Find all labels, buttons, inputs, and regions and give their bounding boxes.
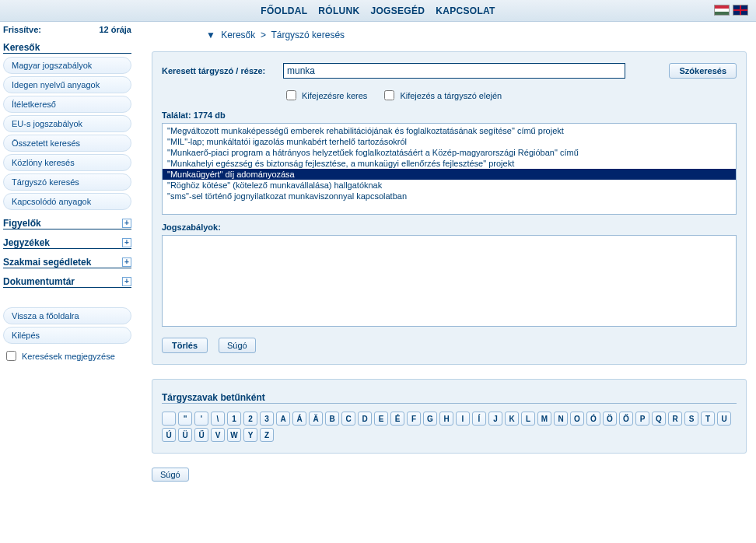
updated-label: Frissítve: bbox=[3, 25, 41, 34]
alpha-letter[interactable]: H bbox=[439, 412, 453, 426]
alpha-letter[interactable]: B bbox=[325, 412, 339, 426]
alpha-letter[interactable]: Ö bbox=[603, 412, 617, 426]
alpha-letter[interactable]: M bbox=[537, 412, 551, 426]
language-flags bbox=[714, 5, 748, 16]
alpha-letter[interactable]: Ű bbox=[194, 428, 208, 442]
alpha-letter[interactable]: Í bbox=[472, 412, 486, 426]
help-button-bottom[interactable]: Súgó bbox=[152, 468, 189, 482]
check-phrase-box[interactable] bbox=[286, 90, 296, 100]
plus-icon[interactable]: + bbox=[122, 257, 131, 267]
sidebar-section[interactable]: Szakmai segédletek+ bbox=[3, 257, 131, 268]
sidebar: Frissítve: 12 órája Keresők Magyar jogsz… bbox=[0, 22, 136, 497]
list-item[interactable]: "Munkaügyért" díj adományozása bbox=[163, 169, 736, 180]
nav-kapcsolat[interactable]: KAPCSOLAT bbox=[436, 5, 495, 16]
alpha-letter[interactable]: K bbox=[505, 412, 519, 426]
results-listbox[interactable]: "Megváltozott munkaképességű emberek reh… bbox=[162, 123, 737, 215]
sidebar-section[interactable]: Figyelők+ bbox=[3, 218, 131, 229]
alpha-letter[interactable]: P bbox=[635, 412, 649, 426]
alpha-letter[interactable]: É bbox=[390, 412, 404, 426]
nav-rólunk[interactable]: RÓLUNK bbox=[318, 5, 359, 16]
sidebar-item[interactable]: Idegen nyelvű anyagok bbox=[3, 76, 131, 93]
plus-icon[interactable]: + bbox=[122, 238, 131, 247]
alpha-letter[interactable]: D bbox=[358, 412, 372, 426]
list-item[interactable]: "Megváltozott munkaképességű emberek reh… bbox=[163, 125, 736, 136]
sidebar-item[interactable]: Vissza a főoldalra bbox=[3, 307, 131, 324]
sidebar-item[interactable]: EU-s jogszabályok bbox=[3, 115, 131, 132]
alpha-letter[interactable]: C bbox=[341, 412, 355, 426]
alphabet-grid: "'\123AÁÄBCDEÉFGHIÍJKLMNOÓÖŐPQRSTUÚÜŰVWY… bbox=[162, 412, 737, 442]
alpha-letter[interactable]: Y bbox=[243, 428, 257, 442]
clear-button[interactable]: Törlés bbox=[162, 338, 208, 353]
alpha-letter[interactable]: Ú bbox=[162, 428, 176, 442]
alpha-letter[interactable]: R bbox=[668, 412, 682, 426]
alpha-letter[interactable]: Á bbox=[292, 412, 306, 426]
alpha-letter[interactable]: F bbox=[407, 412, 421, 426]
sidebar-item[interactable]: Ítéletkereső bbox=[3, 96, 131, 113]
alpha-letter[interactable]: J bbox=[488, 412, 502, 426]
alpha-letter[interactable]: 3 bbox=[260, 412, 274, 426]
plus-icon[interactable]: + bbox=[122, 277, 131, 286]
check-start[interactable]: Kifejezés a tárgyszó elején bbox=[381, 88, 502, 103]
jogszabalyok-label: Jogszabályok: bbox=[162, 222, 737, 232]
list-item[interactable]: "Munkaerő-piaci program a hátrányos hely… bbox=[163, 147, 736, 158]
alpha-letter[interactable]: O bbox=[570, 412, 584, 426]
flag-en-icon[interactable] bbox=[733, 5, 748, 16]
alpha-letter[interactable]: A bbox=[276, 412, 290, 426]
alpha-letter[interactable]: Ó bbox=[586, 412, 600, 426]
list-item[interactable]: "sms"-sel történő jognyilatkozat munkavi… bbox=[163, 191, 736, 201]
flag-hu-icon[interactable] bbox=[714, 5, 730, 16]
alpha-letter[interactable] bbox=[162, 412, 176, 426]
alpha-letter[interactable]: " bbox=[178, 412, 192, 426]
alpha-letter[interactable]: N bbox=[554, 412, 568, 426]
alpha-letter[interactable]: Q bbox=[652, 412, 666, 426]
alphabet-title: Tárgyszavak betűnként bbox=[162, 392, 737, 404]
check-phrase[interactable]: Kifejezésre keres bbox=[283, 88, 367, 103]
sidebar-section[interactable]: Jegyzékek+ bbox=[3, 237, 131, 249]
alpha-letter[interactable]: 2 bbox=[243, 412, 257, 426]
sidebar-item[interactable]: Közlöny keresés bbox=[3, 154, 131, 171]
alpha-letter[interactable]: Ő bbox=[619, 412, 633, 426]
help-button[interactable]: Súgó bbox=[219, 338, 256, 353]
sidebar-item[interactable]: Kilépés bbox=[3, 327, 131, 344]
sidebar-item[interactable]: Összetett keresés bbox=[3, 135, 131, 152]
list-item[interactable]: "Röghöz kötése" (kötelező munkavállalása… bbox=[163, 180, 736, 191]
breadcrumb-part1[interactable]: Keresők bbox=[221, 30, 255, 40]
nav-jogsegéd[interactable]: JOGSEGÉD bbox=[370, 5, 425, 16]
triangle-down-icon: ▼ bbox=[206, 30, 215, 40]
breadcrumb-part2: Tárgyszó keresés bbox=[271, 30, 345, 40]
remember-searches-checkbox[interactable] bbox=[6, 351, 16, 361]
top-bar: FŐOLDALRÓLUNKJOGSEGÉDKAPCSOLAT bbox=[0, 0, 756, 22]
list-item[interactable]: "MIL"-lap; munkáltatói igazolás munkabér… bbox=[163, 136, 736, 147]
search-button[interactable]: Szókeresés bbox=[669, 63, 737, 79]
alpha-letter[interactable]: W bbox=[227, 428, 241, 442]
alpha-letter[interactable]: Ä bbox=[309, 412, 323, 426]
check-phrase-label: Kifejezésre keres bbox=[302, 91, 367, 100]
alpha-letter[interactable]: T bbox=[701, 412, 715, 426]
nav-főoldal[interactable]: FŐOLDAL bbox=[261, 5, 307, 16]
alpha-letter[interactable]: S bbox=[684, 412, 698, 426]
alpha-letter[interactable]: V bbox=[211, 428, 225, 442]
sidebar-item[interactable]: Tárgyszó keresés bbox=[3, 173, 131, 191]
alpha-letter[interactable]: E bbox=[374, 412, 388, 426]
alpha-letter[interactable]: I bbox=[456, 412, 470, 426]
alpha-letter[interactable]: \ bbox=[211, 412, 225, 426]
check-start-box[interactable] bbox=[384, 90, 394, 100]
search-input[interactable] bbox=[283, 63, 625, 79]
list-item[interactable]: "Munkahelyi egészség és biztonság fejles… bbox=[163, 158, 736, 169]
sidebar-section[interactable]: Dokumentumtár+ bbox=[3, 276, 131, 288]
alpha-letter[interactable]: Z bbox=[260, 428, 274, 442]
alpha-letter[interactable]: U bbox=[717, 412, 731, 426]
alpha-letter[interactable]: Ü bbox=[178, 428, 192, 442]
sidebar-item[interactable]: Magyar jogszabályok bbox=[3, 57, 131, 74]
alpha-letter[interactable]: 1 bbox=[227, 412, 241, 426]
sidebar-item[interactable]: Kapcsolódó anyagok bbox=[3, 193, 131, 210]
alpha-letter[interactable]: ' bbox=[194, 412, 208, 426]
sidebar-section-label: Keresők bbox=[3, 42, 40, 53]
remember-searches-label: Keresések megjegyzése bbox=[22, 352, 115, 361]
jogszabalyok-textarea[interactable] bbox=[162, 235, 737, 327]
plus-icon[interactable]: + bbox=[122, 219, 131, 228]
alpha-letter[interactable]: G bbox=[423, 412, 437, 426]
alpha-letter[interactable]: L bbox=[521, 412, 535, 426]
remember-searches-check[interactable]: Keresések megjegyzése bbox=[3, 349, 131, 363]
updated-info: Frissítve: 12 órája bbox=[3, 25, 131, 34]
